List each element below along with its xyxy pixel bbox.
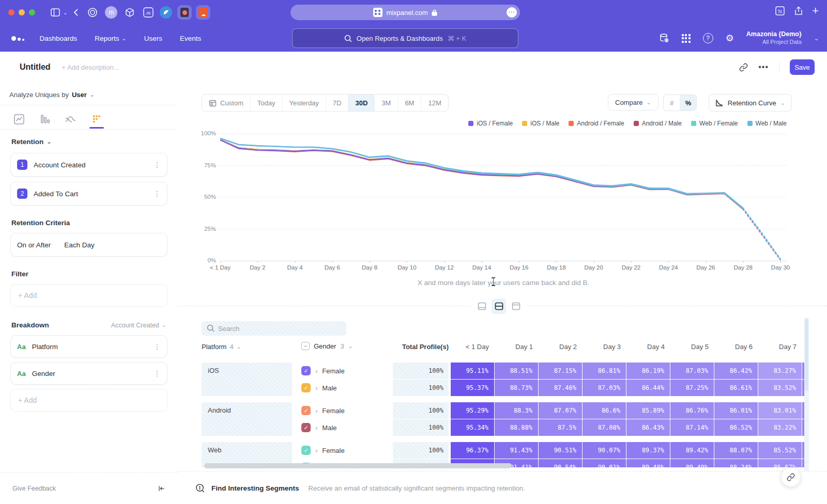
legend-item[interactable]: iOS / Male — [522, 120, 559, 127]
range-6m[interactable]: 6M — [398, 94, 421, 111]
retention-value-cell[interactable]: 85.52% — [758, 442, 802, 459]
kebab-menu-icon[interactable]: ⋮ — [154, 369, 161, 377]
retention-value-cell[interactable]: 83.27% — [758, 363, 802, 379]
gender-row-android-male[interactable]: ✓›Male — [301, 419, 337, 436]
retention-value-cell[interactable]: 87.5% — [539, 419, 582, 436]
step-event-label[interactable]: Added To Cart — [34, 190, 147, 198]
retention-value-cell[interactable]: 89.49% — [670, 459, 714, 467]
gender-row-android-female[interactable]: ✓›Female — [301, 402, 345, 419]
expand-chevron-icon[interactable]: › — [315, 424, 317, 432]
range-custom[interactable]: Custom — [202, 94, 251, 111]
save-button[interactable]: Save — [790, 59, 815, 75]
horizontal-scrollbar[interactable] — [204, 463, 512, 468]
step-card-added-to-cart[interactable]: 2 Added To Cart ⋮ — [10, 182, 167, 206]
retention-value-cell[interactable]: 86.61% — [714, 380, 758, 396]
chart-only-toggle[interactable] — [474, 298, 489, 314]
retention-value-cell[interactable]: 85.89% — [626, 402, 670, 419]
new-tab-icon[interactable]: + — [812, 5, 819, 17]
retention-value-cell[interactable]: 88.51% — [495, 363, 538, 379]
add-breakdown-button[interactable]: + Add — [10, 389, 167, 412]
retention-value-cell[interactable]: 96.37% — [451, 442, 494, 459]
retention-value-cell[interactable]: 90.51% — [539, 442, 582, 459]
copy-link-icon[interactable] — [739, 63, 748, 72]
split-view-toggle[interactable] — [492, 298, 506, 314]
nav-item-users[interactable]: Users — [144, 35, 162, 42]
retention-value-cell[interactable]: 86.43% — [626, 419, 670, 436]
nav-item-dashboards[interactable]: Dashboards — [40, 35, 78, 42]
range-yesterday[interactable]: Yesterday — [283, 94, 326, 111]
js-app-icon[interactable]: JS — [141, 5, 156, 20]
kebab-menu-icon[interactable]: ⋮ — [154, 161, 161, 169]
tab-retention[interactable] — [89, 111, 104, 128]
retention-criteria-card[interactable]: On or After Each Day — [10, 233, 167, 257]
chart-type-select[interactable]: Retention Curve ⌄ — [709, 94, 792, 112]
zoom-window-button[interactable] — [29, 9, 35, 15]
retention-value-cell[interactable]: 86.76% — [670, 402, 714, 419]
collapse-sidebar-icon[interactable] — [157, 484, 165, 493]
retention-value-cell[interactable]: 87.03% — [583, 380, 626, 396]
soundcloud-app-icon[interactable]: ☁ — [196, 5, 210, 20]
range-today[interactable]: Today — [251, 94, 283, 111]
tab-flows[interactable] — [63, 111, 79, 128]
expand-chevron-icon[interactable]: › — [315, 367, 317, 375]
gender-row-ios-male[interactable]: ✓›Male — [301, 380, 337, 396]
retention-value-cell[interactable]: 87.46% — [539, 380, 582, 396]
retention-value-cell[interactable]: 86.6% — [583, 402, 626, 419]
retention-value-cell[interactable]: 86.81% — [583, 363, 626, 379]
more-options-icon[interactable]: ••• — [758, 62, 769, 72]
range-3m[interactable]: 3M — [375, 94, 398, 111]
retention-value-cell[interactable]: 87.03% — [670, 363, 714, 379]
mixpanel-logo[interactable] — [11, 36, 24, 41]
retention-line-chart[interactable] — [220, 134, 787, 261]
retention-value-cell[interactable]: 86.44% — [626, 380, 670, 396]
kebab-menu-icon[interactable]: ⋮ — [154, 190, 161, 198]
retention-value-cell[interactable]: 90.07% — [583, 442, 626, 459]
expand-chevron-icon[interactable]: › — [315, 384, 317, 392]
select-all-checkbox[interactable]: − — [301, 342, 310, 350]
kebab-menu-icon[interactable]: ⋮ — [154, 342, 161, 351]
retention-value-cell[interactable]: 89.48% — [626, 459, 670, 467]
retention-section-title[interactable]: Retention — [11, 138, 43, 146]
journal-app-icon[interactable] — [177, 5, 192, 20]
add-description[interactable]: + Add description... — [62, 64, 119, 71]
criteria-interval-select[interactable]: Each Day — [64, 241, 95, 249]
row-checkbox[interactable]: ✓ — [301, 446, 311, 455]
retention-value-cell[interactable]: 88.3% — [495, 402, 538, 419]
retention-value-cell[interactable]: 95.11% — [451, 363, 494, 379]
breakdown-card-gender[interactable]: Aa Gender ⋮ — [10, 362, 167, 385]
table-only-toggle[interactable] — [509, 298, 523, 314]
nav-item-events[interactable]: Events — [180, 35, 201, 42]
expand-chevron-icon[interactable]: › — [315, 407, 317, 415]
box-app-icon[interactable] — [122, 5, 137, 20]
tab-funnels[interactable] — [37, 111, 53, 128]
breakdown-scope-select[interactable]: Account Created ⌄ — [111, 322, 166, 329]
retention-value-cell[interactable]: 87.07% — [539, 402, 582, 419]
give-feedback-link[interactable]: Give Feedback — [12, 485, 56, 492]
range-7d[interactable]: 7D — [326, 94, 349, 111]
retention-value-cell[interactable]: 86.42% — [714, 363, 758, 379]
share-icon[interactable] — [794, 6, 803, 15]
breakdown-property-label[interactable]: Gender — [32, 370, 147, 377]
chevron-down-icon[interactable]: ⌄ — [63, 10, 67, 15]
retention-value-cell[interactable]: 87.14% — [670, 419, 714, 436]
retention-value-cell[interactable]: 88.73% — [495, 380, 538, 396]
compare-button[interactable]: Compare ⌄ — [608, 94, 658, 111]
row-checkbox[interactable]: ✓ — [301, 406, 311, 415]
browser-sidebar-icon[interactable] — [51, 8, 60, 17]
retention-value-cell[interactable]: 95.29% — [451, 402, 494, 419]
row-checkbox[interactable]: ✓ — [301, 383, 311, 392]
retention-value-cell[interactable]: 86.19% — [626, 363, 670, 379]
data-management-icon[interactable] — [659, 33, 669, 43]
report-title[interactable]: Untitled — [20, 62, 51, 72]
legend-item[interactable]: Web / Female — [691, 120, 738, 127]
legend-item[interactable]: Android / Male — [634, 120, 682, 127]
share-link-fab[interactable] — [781, 467, 801, 487]
help-icon[interactable]: ? — [703, 33, 713, 43]
gender-column-header[interactable]: − Gender 3 ⌄ — [301, 342, 353, 350]
breakdown-card-platform[interactable]: Aa Platform ⋮ — [10, 335, 167, 358]
settings-gear-icon[interactable]: ⚙ — [726, 34, 734, 43]
retention-value-cell[interactable]: 91.43% — [495, 442, 538, 459]
org-switcher[interactable]: Amazonia {Demo} All Project Data — [746, 30, 802, 45]
expand-chevron-icon[interactable]: › — [315, 447, 317, 454]
global-search[interactable]: Open Reports & Dashboards ⌘ + K — [292, 28, 518, 48]
